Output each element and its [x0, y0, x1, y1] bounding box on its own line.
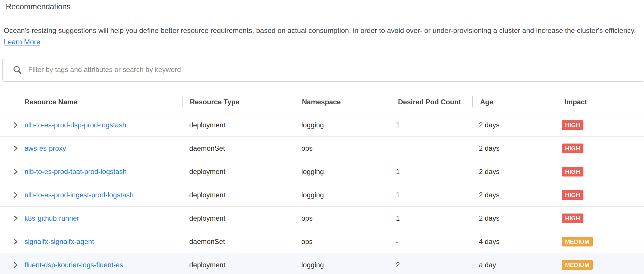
namespace-cell: ops — [301, 214, 313, 222]
impact-cell: HIGH — [562, 120, 583, 130]
page-title: Recommendations — [6, 2, 70, 11]
resource-name-link[interactable]: signalfx-signalfx-agent — [24, 238, 94, 246]
search-input[interactable] — [28, 61, 582, 79]
desired-pod-count-cell: 1 — [396, 168, 400, 176]
resource-type-cell: daemonSet — [189, 238, 225, 246]
table-header-row: Resource Name Resource Type Namespace De… — [0, 91, 644, 113]
age-cell: a day — [479, 261, 496, 269]
table-body: nlb-to-es-prod-dsp-prod-logstash deploym… — [0, 113, 644, 274]
intro-text: Ocean's resizing suggestions will help y… — [4, 25, 640, 48]
impact-badge: HIGH — [562, 213, 583, 223]
namespace-cell: logging — [301, 121, 324, 129]
resource-name-link[interactable]: k8s-github-runner — [24, 214, 79, 222]
resource-name-link[interactable]: nlb-to-es-prod-dsp-prod-logstash — [24, 121, 126, 129]
impact-cell: HIGH — [562, 167, 583, 176]
impact-badge: HIGH — [562, 167, 583, 176]
filter-search-box[interactable] — [2, 58, 644, 82]
table-row[interactable]: nlb-to-es-prod-tpat-prod-logstash deploy… — [0, 160, 644, 183]
header-divider — [557, 96, 557, 107]
header-divider — [391, 96, 391, 107]
search-icon — [13, 65, 22, 75]
resource-type-cell: deployment — [189, 214, 225, 222]
resource-type-cell: deployment — [189, 168, 225, 176]
impact-cell: HIGH — [562, 213, 583, 223]
impact-cell: HIGH — [562, 190, 583, 200]
age-cell: 2 days — [479, 121, 500, 129]
table-row[interactable]: nlb-to-es-prod-dsp-prod-logstash deploym… — [0, 113, 644, 137]
desired-pod-count-cell: 1 — [396, 121, 400, 129]
age-cell: 2 days — [479, 191, 500, 199]
intro-description: Ocean's resizing suggestions will help y… — [4, 27, 636, 34]
impact-cell: MEDIUM — [562, 260, 593, 270]
chevron-right-icon[interactable] — [12, 191, 19, 199]
namespace-cell: logging — [301, 191, 324, 199]
header-divider — [182, 96, 183, 107]
learn-more-link[interactable]: Learn More — [4, 38, 40, 46]
resource-type-cell: deployment — [189, 121, 225, 129]
resource-name-link[interactable]: nlb-to-es-prod-tpat-prod-logstash — [24, 168, 127, 176]
chevron-right-icon[interactable] — [12, 121, 19, 129]
header-divider — [295, 96, 295, 107]
impact-badge: HIGH — [562, 120, 583, 130]
table-row[interactable]: signalfx-signalfx-agent daemonSet ops - … — [0, 230, 644, 253]
namespace-cell: logging — [301, 168, 324, 176]
namespace-cell: ops — [301, 144, 313, 152]
column-header-resource-type: Resource Type — [190, 98, 239, 106]
namespace-cell: logging — [301, 261, 324, 269]
impact-badge: MEDIUM — [562, 237, 593, 246]
age-cell: 2 days — [479, 144, 500, 152]
resource-name-link[interactable]: nlb-to-es-prod-ingest-prod-logstash — [24, 191, 134, 199]
desired-pod-count-cell: - — [396, 144, 398, 152]
table-row[interactable]: fluent-dsp-kourier-logs-fluent-es deploy… — [0, 253, 644, 274]
recommendations-table: Resource Name Resource Type Namespace De… — [0, 91, 644, 274]
title-divider — [0, 18, 644, 18]
desired-pod-count-cell: 2 — [396, 261, 400, 269]
impact-cell: MEDIUM — [562, 237, 593, 246]
impact-cell: HIGH — [562, 143, 583, 153]
namespace-cell: ops — [301, 238, 313, 246]
resource-type-cell: deployment — [189, 191, 225, 199]
desired-pod-count-cell: 1 — [396, 214, 400, 222]
header-divider — [472, 96, 473, 107]
table-row[interactable]: nlb-to-es-prod-ingest-prod-logstash depl… — [0, 183, 644, 207]
column-header-resource-name: Resource Name — [24, 98, 77, 106]
impact-badge: HIGH — [562, 190, 583, 200]
chevron-right-icon[interactable] — [12, 215, 19, 222]
chevron-right-icon[interactable] — [12, 238, 19, 245]
column-header-namespace: Namespace — [302, 98, 341, 106]
desired-pod-count-cell: 1 — [396, 191, 400, 199]
desired-pod-count-cell: - — [396, 238, 398, 246]
age-cell: 4 days — [479, 238, 500, 246]
resource-type-cell: daemonSet — [189, 144, 225, 152]
column-header-desired-pod-count: Desired Pod Count — [398, 98, 461, 106]
chevron-right-icon[interactable] — [12, 168, 19, 175]
impact-badge: MEDIUM — [562, 260, 593, 270]
table-row[interactable]: aws-es-proxy daemonSet ops - 2 days HIGH — [0, 137, 644, 160]
resource-type-cell: deployment — [189, 261, 225, 269]
chevron-right-icon[interactable] — [12, 261, 19, 269]
age-cell: 2 days — [479, 214, 500, 222]
column-header-impact: Impact — [565, 98, 587, 106]
resource-name-link[interactable]: fluent-dsp-kourier-logs-fluent-es — [24, 261, 123, 269]
impact-badge: HIGH — [562, 143, 583, 153]
table-row[interactable]: k8s-github-runner deployment ops 1 2 day… — [0, 207, 644, 230]
chevron-right-icon[interactable] — [12, 145, 19, 152]
resource-name-link[interactable]: aws-es-proxy — [24, 144, 66, 152]
column-header-age: Age — [480, 98, 493, 106]
age-cell: 2 days — [479, 168, 500, 176]
